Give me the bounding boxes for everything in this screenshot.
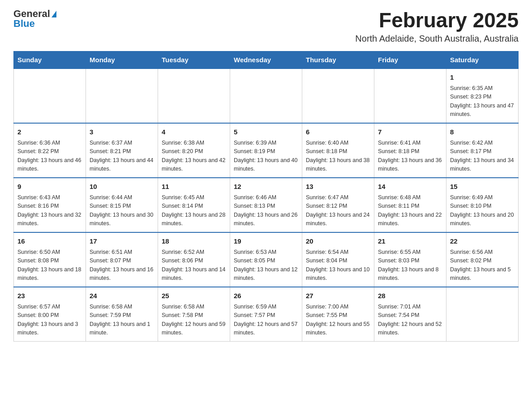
calendar-title-block: February 2025 North Adelaide, South Aust…	[355, 9, 519, 44]
day-number: 9	[17, 182, 82, 192]
day-number: 1	[450, 73, 515, 83]
day-info: Sunrise: 6:46 AM Sunset: 8:13 PM Dayligh…	[234, 193, 298, 228]
day-number: 25	[162, 291, 226, 301]
day-info: Sunrise: 6:42 AM Sunset: 8:17 PM Dayligh…	[450, 139, 515, 174]
calendar-day-cell	[14, 68, 86, 123]
calendar-day-cell: 21Sunrise: 6:55 AM Sunset: 8:03 PM Dayli…	[374, 232, 446, 287]
calendar-day-cell	[86, 68, 158, 123]
day-info: Sunrise: 6:59 AM Sunset: 7:57 PM Dayligh…	[234, 303, 298, 338]
day-number: 28	[378, 291, 442, 301]
calendar-day-cell: 25Sunrise: 6:58 AM Sunset: 7:58 PM Dayli…	[158, 287, 230, 342]
day-number: 5	[234, 127, 298, 137]
calendar-day-cell: 17Sunrise: 6:51 AM Sunset: 8:07 PM Dayli…	[86, 232, 158, 287]
calendar-day-cell: 4Sunrise: 6:38 AM Sunset: 8:20 PM Daylig…	[158, 123, 230, 178]
calendar-week-row: 23Sunrise: 6:57 AM Sunset: 8:00 PM Dayli…	[14, 287, 519, 342]
day-number: 14	[378, 182, 442, 192]
calendar-day-cell: 2Sunrise: 6:36 AM Sunset: 8:22 PM Daylig…	[14, 123, 86, 178]
calendar-day-cell: 6Sunrise: 6:40 AM Sunset: 8:18 PM Daylig…	[302, 123, 374, 178]
day-info: Sunrise: 6:37 AM Sunset: 8:21 PM Dayligh…	[90, 139, 154, 174]
day-number: 22	[450, 236, 515, 247]
day-number: 23	[17, 291, 82, 301]
calendar-day-cell	[446, 287, 519, 342]
day-number: 16	[17, 236, 82, 247]
day-info: Sunrise: 6:56 AM Sunset: 8:02 PM Dayligh…	[450, 248, 515, 283]
calendar-day-cell: 16Sunrise: 6:50 AM Sunset: 8:08 PM Dayli…	[14, 232, 86, 287]
calendar-day-cell: 12Sunrise: 6:46 AM Sunset: 8:13 PM Dayli…	[230, 178, 302, 232]
calendar-day-cell: 9Sunrise: 6:43 AM Sunset: 8:16 PM Daylig…	[14, 178, 86, 232]
day-info: Sunrise: 6:40 AM Sunset: 8:18 PM Dayligh…	[306, 139, 370, 174]
day-number: 19	[234, 236, 298, 247]
day-number: 24	[90, 291, 154, 301]
calendar-day-cell	[374, 68, 446, 123]
calendar-day-cell	[158, 68, 230, 123]
day-number: 27	[306, 291, 370, 301]
calendar-day-cell: 18Sunrise: 6:52 AM Sunset: 8:06 PM Dayli…	[158, 232, 230, 287]
day-number: 4	[162, 127, 226, 137]
calendar-table: SundayMondayTuesdayWednesdayThursdayFrid…	[13, 51, 519, 342]
day-info: Sunrise: 6:35 AM Sunset: 8:23 PM Dayligh…	[450, 84, 515, 119]
day-info: Sunrise: 7:01 AM Sunset: 7:54 PM Dayligh…	[378, 303, 442, 338]
page-header: General Blue February 2025 North Adelaid…	[13, 9, 519, 44]
logo-blue-text: Blue	[13, 19, 35, 29]
day-info: Sunrise: 6:44 AM Sunset: 8:15 PM Dayligh…	[90, 193, 154, 228]
calendar-day-cell: 19Sunrise: 6:53 AM Sunset: 8:05 PM Dayli…	[230, 232, 302, 287]
weekday-header: Wednesday	[230, 51, 302, 68]
calendar-title: February 2025	[355, 9, 519, 32]
day-info: Sunrise: 6:47 AM Sunset: 8:12 PM Dayligh…	[306, 193, 370, 228]
day-info: Sunrise: 6:54 AM Sunset: 8:04 PM Dayligh…	[306, 248, 370, 283]
weekday-row: SundayMondayTuesdayWednesdayThursdayFrid…	[14, 51, 519, 68]
calendar-body: 1Sunrise: 6:35 AM Sunset: 8:23 PM Daylig…	[14, 68, 519, 342]
calendar-week-row: 1Sunrise: 6:35 AM Sunset: 8:23 PM Daylig…	[14, 68, 519, 123]
day-number: 13	[306, 182, 370, 192]
weekday-header: Saturday	[446, 51, 519, 68]
day-number: 6	[306, 127, 370, 137]
calendar-day-cell: 22Sunrise: 6:56 AM Sunset: 8:02 PM Dayli…	[446, 232, 519, 287]
calendar-day-cell: 27Sunrise: 7:00 AM Sunset: 7:55 PM Dayli…	[302, 287, 374, 342]
calendar-day-cell: 23Sunrise: 6:57 AM Sunset: 8:00 PM Dayli…	[14, 287, 86, 342]
logo-general-text: General	[13, 9, 50, 19]
day-number: 2	[17, 127, 82, 137]
day-info: Sunrise: 7:00 AM Sunset: 7:55 PM Dayligh…	[306, 303, 370, 338]
calendar-day-cell: 20Sunrise: 6:54 AM Sunset: 8:04 PM Dayli…	[302, 232, 374, 287]
day-info: Sunrise: 6:58 AM Sunset: 7:58 PM Dayligh…	[162, 303, 226, 338]
calendar-day-cell: 14Sunrise: 6:48 AM Sunset: 8:11 PM Dayli…	[374, 178, 446, 232]
calendar-day-cell: 10Sunrise: 6:44 AM Sunset: 8:15 PM Dayli…	[86, 178, 158, 232]
day-info: Sunrise: 6:58 AM Sunset: 7:59 PM Dayligh…	[90, 303, 154, 338]
day-number: 26	[234, 291, 298, 301]
day-number: 11	[162, 182, 226, 192]
logo-triangle-icon	[51, 11, 56, 17]
day-info: Sunrise: 6:49 AM Sunset: 8:10 PM Dayligh…	[450, 193, 515, 228]
day-info: Sunrise: 6:39 AM Sunset: 8:19 PM Dayligh…	[234, 139, 298, 174]
day-info: Sunrise: 6:52 AM Sunset: 8:06 PM Dayligh…	[162, 248, 226, 283]
weekday-header: Tuesday	[158, 51, 230, 68]
calendar-day-cell: 13Sunrise: 6:47 AM Sunset: 8:12 PM Dayli…	[302, 178, 374, 232]
weekday-header: Friday	[374, 51, 446, 68]
calendar-day-cell: 3Sunrise: 6:37 AM Sunset: 8:21 PM Daylig…	[86, 123, 158, 178]
day-info: Sunrise: 6:43 AM Sunset: 8:16 PM Dayligh…	[17, 193, 82, 228]
calendar-day-cell: 1Sunrise: 6:35 AM Sunset: 8:23 PM Daylig…	[446, 68, 519, 123]
calendar-week-row: 2Sunrise: 6:36 AM Sunset: 8:22 PM Daylig…	[14, 123, 519, 178]
calendar-week-row: 16Sunrise: 6:50 AM Sunset: 8:08 PM Dayli…	[14, 232, 519, 287]
day-info: Sunrise: 6:57 AM Sunset: 8:00 PM Dayligh…	[17, 303, 82, 338]
calendar-day-cell: 24Sunrise: 6:58 AM Sunset: 7:59 PM Dayli…	[86, 287, 158, 342]
day-number: 3	[90, 127, 154, 137]
day-number: 8	[450, 127, 515, 137]
calendar-day-cell: 28Sunrise: 7:01 AM Sunset: 7:54 PM Dayli…	[374, 287, 446, 342]
day-info: Sunrise: 6:53 AM Sunset: 8:05 PM Dayligh…	[234, 248, 298, 283]
day-info: Sunrise: 6:50 AM Sunset: 8:08 PM Dayligh…	[17, 248, 82, 283]
calendar-subtitle: North Adelaide, South Australia, Austral…	[355, 34, 519, 44]
calendar-day-cell: 26Sunrise: 6:59 AM Sunset: 7:57 PM Dayli…	[230, 287, 302, 342]
day-number: 15	[450, 182, 515, 192]
day-number: 12	[234, 182, 298, 192]
calendar-day-cell: 5Sunrise: 6:39 AM Sunset: 8:19 PM Daylig…	[230, 123, 302, 178]
calendar-day-cell: 8Sunrise: 6:42 AM Sunset: 8:17 PM Daylig…	[446, 123, 519, 178]
day-info: Sunrise: 6:38 AM Sunset: 8:20 PM Dayligh…	[162, 139, 226, 174]
weekday-header: Sunday	[14, 51, 86, 68]
day-number: 7	[378, 127, 442, 137]
weekday-header: Monday	[86, 51, 158, 68]
calendar-day-cell: 11Sunrise: 6:45 AM Sunset: 8:14 PM Dayli…	[158, 178, 230, 232]
day-info: Sunrise: 6:51 AM Sunset: 8:07 PM Dayligh…	[90, 248, 154, 283]
day-number: 18	[162, 236, 226, 247]
day-info: Sunrise: 6:55 AM Sunset: 8:03 PM Dayligh…	[378, 248, 442, 283]
calendar-day-cell: 15Sunrise: 6:49 AM Sunset: 8:10 PM Dayli…	[446, 178, 519, 232]
